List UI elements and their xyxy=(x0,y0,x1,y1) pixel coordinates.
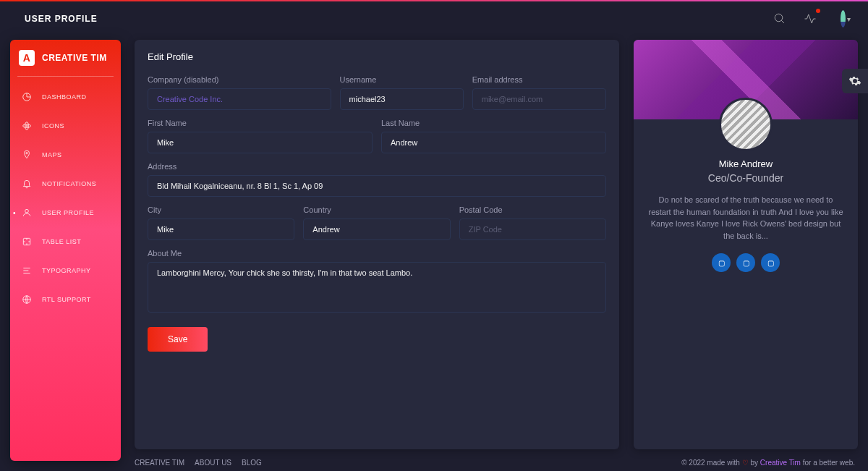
notification-dot xyxy=(816,9,820,13)
sidebar: A CREATIVE TIM DASHBOARDICONSMAPSNOTIFIC… xyxy=(10,40,121,461)
atom-icon xyxy=(20,119,33,132)
topbar: USER PROFILE ▾ xyxy=(0,1,868,36)
svg-point-3 xyxy=(26,125,27,127)
avatar xyxy=(841,10,846,27)
last-name-input[interactable] xyxy=(381,132,606,153)
social-twitter[interactable]: ▢ xyxy=(736,253,755,272)
sidebar-item-label: RTL SUPPORT xyxy=(42,296,91,303)
align-icon xyxy=(20,264,33,277)
email-input[interactable] xyxy=(472,88,606,110)
gear-icon xyxy=(848,75,861,88)
sidebar-item-notifications[interactable]: NOTIFICATIONS xyxy=(10,169,121,198)
country-input[interactable] xyxy=(303,218,450,240)
sidebar-item-maps[interactable]: MAPS xyxy=(10,140,121,169)
globe-icon xyxy=(20,293,33,306)
sidebar-item-label: TABLE LIST xyxy=(42,238,81,245)
city-input[interactable] xyxy=(148,218,294,240)
copyright: © 2022 made with ♡ by Creative Tim for a… xyxy=(681,459,855,467)
sidebar-item-label: TYPOGRAPHY xyxy=(42,267,91,274)
social-facebook[interactable]: ▢ xyxy=(712,253,731,272)
postal-label: Postal Code xyxy=(459,205,606,214)
sidebar-item-rtl-support[interactable]: RTL SUPPORT xyxy=(10,285,121,314)
country-label: Country xyxy=(303,205,450,214)
username-label: Username xyxy=(340,75,464,84)
chart-pie-icon xyxy=(20,90,33,103)
puzzle-icon xyxy=(20,235,33,248)
company-label: Company (disabled) xyxy=(148,75,331,84)
creative-tim-link[interactable]: Creative Tim xyxy=(760,459,801,467)
company-input xyxy=(148,88,331,110)
sidebar-item-user-profile[interactable]: USER PROFILE xyxy=(10,198,121,227)
social-google[interactable]: ▢ xyxy=(761,253,780,272)
footer-link[interactable]: CREATIVE TIM xyxy=(135,459,184,467)
address-input[interactable] xyxy=(148,175,606,197)
settings-fab[interactable] xyxy=(842,69,868,93)
username-input[interactable] xyxy=(340,88,464,110)
sidebar-item-dashboard[interactable]: DASHBOARD xyxy=(10,82,121,111)
bell-icon xyxy=(20,177,33,190)
profile-role: Ceo/Co-Founder xyxy=(647,172,845,184)
last-name-label: Last Name xyxy=(381,119,606,127)
svg-point-6 xyxy=(26,153,27,154)
brand-label: CREATIVE TIM xyxy=(42,53,107,63)
svg-point-7 xyxy=(25,209,29,213)
svg-line-1 xyxy=(781,20,784,23)
sidebar-item-label: ICONS xyxy=(42,122,64,130)
sidebar-item-label: NOTIFICATIONS xyxy=(42,180,96,187)
profile-card: Mike Andrew Ceo/Co-Founder Do not be sca… xyxy=(634,40,858,449)
save-button[interactable]: Save xyxy=(148,327,208,352)
chevron-down-icon: ▾ xyxy=(847,15,851,23)
user-icon xyxy=(20,206,33,219)
footer-link[interactable]: BLOG xyxy=(242,459,262,467)
page-title: USER PROFILE xyxy=(25,14,98,24)
edit-profile-card: Edit Profile Company (disabled) Username… xyxy=(135,40,619,449)
city-label: City xyxy=(148,205,294,214)
pin-icon xyxy=(20,148,33,161)
sidebar-item-table-list[interactable]: TABLE LIST xyxy=(10,227,121,256)
search-icon xyxy=(773,12,786,25)
user-menu[interactable]: ▾ xyxy=(830,9,851,29)
brand[interactable]: A CREATIVE TIM xyxy=(10,40,121,76)
sidebar-item-icons[interactable]: ICONS xyxy=(10,111,121,140)
profile-name: Mike Andrew xyxy=(647,158,845,169)
footer-link[interactable]: ABOUT US xyxy=(195,459,231,467)
profile-bio: Do not be scared of the truth because we… xyxy=(647,194,845,242)
form-title: Edit Profile xyxy=(148,51,606,62)
sidebar-item-label: USER PROFILE xyxy=(42,209,94,216)
heart-icon: ♡ xyxy=(742,459,749,467)
sidebar-item-label: MAPS xyxy=(42,151,62,158)
first-name-input[interactable] xyxy=(148,132,373,153)
email-label: Email address xyxy=(472,75,606,84)
brand-logo: A xyxy=(19,50,35,66)
svg-point-0 xyxy=(775,14,783,22)
address-label: Address xyxy=(148,162,606,171)
search-button[interactable] xyxy=(770,9,790,29)
about-label: About Me xyxy=(148,249,606,258)
first-name-label: First Name xyxy=(148,119,373,127)
about-textarea[interactable] xyxy=(148,262,606,313)
postal-input[interactable] xyxy=(459,218,606,240)
notifications-button[interactable] xyxy=(800,9,820,29)
profile-avatar[interactable] xyxy=(719,98,773,151)
sidebar-item-typography[interactable]: TYPOGRAPHY xyxy=(10,256,121,285)
sidebar-item-label: DASHBOARD xyxy=(42,93,87,101)
footer: CREATIVE TIMABOUT USBLOG © 2022 made wit… xyxy=(135,459,855,467)
activity-icon xyxy=(804,12,817,25)
